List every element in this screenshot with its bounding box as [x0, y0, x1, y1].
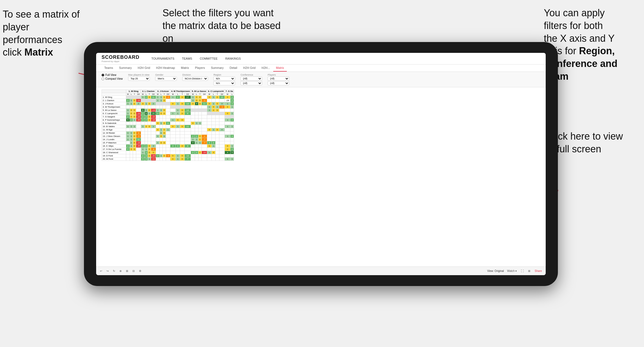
matrix-cell: 1	[130, 144, 133, 148]
matrix-cell	[151, 141, 156, 144]
matrix-cell: 0	[175, 118, 180, 122]
max-players-select[interactable]: Top 25	[128, 76, 150, 81]
division-select[interactable]: NCAA Division I	[182, 76, 208, 81]
zoom-in-btn[interactable]: ⊞	[125, 269, 129, 273]
tab-matrix-active[interactable]: Matrix	[273, 65, 287, 72]
matrix-cell: -24	[225, 99, 230, 102]
matrix-cell	[148, 141, 151, 144]
matrix-cell: 1	[170, 96, 176, 99]
matrix-cell	[195, 109, 198, 112]
matrix-cell	[170, 122, 176, 125]
refresh-btn[interactable]: ↻	[112, 269, 116, 273]
tab-players[interactable]: Players	[192, 65, 208, 72]
matrix-cell: 0	[191, 122, 195, 125]
tab-h2h2[interactable]: H2H...	[259, 65, 273, 72]
matrix-cell: 2	[145, 96, 148, 99]
matrix-cell: 0	[163, 141, 166, 144]
row-name: 19. D Ford	[102, 154, 126, 158]
watch-btn[interactable]: Watch ▾	[506, 269, 518, 273]
redo-btn[interactable]: ↪	[105, 269, 110, 273]
tab-summary[interactable]: Summary	[116, 65, 134, 72]
matrix-cell	[215, 112, 219, 115]
matrix-cell	[163, 138, 166, 141]
tab-h2h-grid[interactable]: H2H Grid	[135, 65, 153, 72]
matrix-cell	[163, 158, 166, 161]
full-view-radio[interactable]	[102, 74, 104, 76]
row-name: 4. M Thorbjornsen	[102, 105, 126, 109]
share-btn[interactable]: Share	[534, 269, 543, 273]
matrix-cell: 0	[148, 151, 151, 154]
players-select-2[interactable]: (All)	[268, 81, 289, 85]
sub-l4: L	[175, 93, 180, 96]
row-name: 15. P Maichon	[102, 141, 126, 144]
matrix-cell	[148, 105, 151, 109]
matrix-cell	[198, 112, 201, 115]
matrix-cell	[163, 118, 166, 122]
matrix-cell	[230, 154, 234, 158]
max-players-label: Max players in view	[128, 73, 150, 76]
tab-h2h-grid2[interactable]: H2H Grid	[240, 65, 258, 72]
matrix-cell: 0	[148, 125, 151, 128]
matrix-cell: -16	[136, 115, 141, 118]
settings-btn[interactable]: ⚙	[138, 269, 142, 273]
matrix-cell	[195, 105, 198, 109]
matrix-cell	[202, 158, 207, 161]
conference-select-1[interactable]: (All)	[240, 76, 262, 81]
zoom-out-btn[interactable]: ⊟	[131, 269, 136, 273]
matrix-cell: 0	[133, 99, 136, 102]
matrix-cell	[166, 131, 170, 135]
tab-summary2[interactable]: Summary	[208, 65, 226, 72]
undo-btn[interactable]: ↩	[99, 269, 103, 273]
matrix-cell: 1	[160, 128, 162, 131]
matrix-cell: 2	[207, 141, 212, 144]
nav-rankings[interactable]: RANKINGS	[224, 56, 242, 61]
matrix-cell	[230, 109, 234, 112]
matrix-cell	[202, 122, 207, 125]
matrix-cell: 1	[170, 112, 176, 115]
matrix-cell: 0	[148, 154, 151, 158]
conference-select-2[interactable]: (All)	[240, 81, 262, 85]
matrix-cell	[207, 158, 212, 161]
matrix-cell	[156, 158, 160, 161]
matrix-row: 16. K Vilips210-25220433080101	[102, 144, 234, 148]
matrix-cell: 1	[156, 99, 160, 102]
matrix-cell: 11	[184, 125, 191, 128]
matrix-cell	[151, 128, 156, 131]
matrix-cell	[230, 122, 234, 125]
matrix-cell: 1	[145, 109, 148, 112]
filter-region: Region N/A N/A	[213, 73, 235, 85]
grid-btn[interactable]: ⊞	[527, 269, 531, 273]
matrix-cell: 1	[160, 99, 162, 102]
matrix-cell: 2	[151, 102, 156, 105]
matrix-cell	[198, 115, 201, 118]
matrix-cell	[184, 138, 191, 141]
row-name: 18. C Sherwood	[102, 151, 126, 154]
matrix-cell: 0	[207, 96, 212, 99]
matrix-cell: 4	[151, 144, 156, 148]
gender-select[interactable]: Men's	[155, 76, 177, 81]
region-select-2[interactable]: N/A	[213, 81, 235, 85]
matrix-cell: 0	[180, 158, 185, 161]
screen-btn[interactable]: ⛶	[520, 269, 525, 273]
nav-committee[interactable]: COMMITTEE	[199, 56, 219, 61]
cursor-btn[interactable]: ⊕	[118, 269, 123, 273]
compact-view-option[interactable]: Compact View	[102, 77, 123, 80]
nav-teams[interactable]: TEAMS	[181, 56, 193, 61]
tab-teams[interactable]: Teams	[102, 65, 116, 72]
tab-h2h-heatmap[interactable]: H2H Heatmap	[153, 65, 178, 72]
matrix-cell	[215, 144, 219, 148]
tab-detail[interactable]: Detail	[227, 65, 240, 72]
matrix-cell: 6	[141, 109, 145, 112]
tab-matrix[interactable]: Matrix	[178, 65, 192, 72]
nav-tournaments[interactable]: TOURNAMENTS	[150, 56, 175, 61]
matrix-cell	[175, 122, 180, 125]
players-select-1[interactable]: (All)	[268, 76, 289, 81]
players-label: Players	[268, 73, 289, 76]
compact-view-radio[interactable]	[102, 78, 104, 80]
matrix-cell: 24	[151, 112, 156, 115]
row-name: 8. P Summerhays	[102, 118, 126, 122]
matrix-cell: -1	[202, 99, 207, 102]
full-view-option[interactable]: Full View	[102, 73, 123, 76]
matrix-cell: 3	[156, 112, 160, 115]
region-select-1[interactable]: N/A	[213, 76, 235, 81]
